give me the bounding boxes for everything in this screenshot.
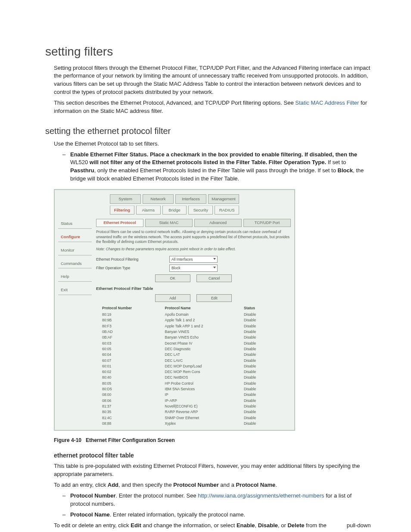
figure-title: Ethernet Filter Configuration Screen	[86, 437, 175, 443]
intro-text-a: This section describes the Ethernet Prot…	[54, 100, 295, 106]
cell-protocol-number: 81:37	[100, 404, 163, 409]
sidebar-item-status[interactable]: Status	[58, 219, 92, 229]
cell-status: Disable	[242, 404, 272, 409]
cell-protocol-name: DEC MOP Rem Cons	[163, 369, 242, 375]
table-row: 80:19Apollo DomainDisable	[100, 312, 272, 317]
wl520-label: WL520	[70, 159, 88, 165]
add-dot: .	[275, 482, 277, 488]
protocol-number-text-a: . Enter the protocol number. See	[115, 492, 198, 499]
cell-status: Disable	[242, 369, 272, 375]
param-protocol-name: Protocol Name. Enter related information…	[62, 511, 372, 519]
add-text-c: and a	[219, 482, 236, 488]
cell-protocol-name: IBM SNA Services	[163, 386, 242, 392]
cell-status: Disable	[242, 409, 272, 415]
cell-status: Disable	[242, 380, 272, 386]
table-row: 80:35RARP Reverse ARPDisable	[100, 409, 272, 415]
table-row: 08:06IP-ARPDisable	[100, 398, 272, 403]
cell-status: Disable	[242, 323, 272, 329]
cell-protocol-name: Banyan VINES Echo	[163, 335, 242, 340]
ok-button[interactable]: OK	[155, 274, 190, 282]
sidebar-item-monitor[interactable]: Monitor	[58, 246, 92, 255]
cell-protocol-name: Banyan VINES	[163, 329, 242, 334]
subtab-advanced[interactable]: Advanced	[194, 219, 242, 227]
cell-protocol-name: DEC NetBIOS	[163, 375, 242, 380]
edit-label: Edit	[131, 522, 141, 529]
sidebar-item-help[interactable]: Help	[58, 272, 92, 282]
cell-protocol-number: 80:F3	[100, 323, 163, 329]
tab-radius[interactable]: RADIUS	[215, 205, 239, 215]
table-heading: ethernet protocol filter table	[54, 451, 372, 460]
table-row: 80:9BApple Talk 1 and 2Disable	[100, 317, 272, 323]
table-row: 60:01DEC MOP Dump/LoadDisable	[100, 363, 272, 369]
sidebar: Status Configure Monitor Commands Help E…	[58, 219, 92, 426]
ethernet-filtering-select[interactable]: All Interfaces	[169, 256, 218, 263]
filter-operation-select[interactable]: Block	[169, 264, 218, 271]
subtab-static-mac[interactable]: Static MAC	[145, 219, 193, 227]
cell-protocol-name: IP-ARP	[163, 398, 242, 403]
block-label: Block	[338, 167, 353, 174]
figure-caption: Figure 4-10 Ethernet Filter Configuratio…	[54, 437, 372, 444]
edit-text-b: and change the information, or select	[141, 522, 237, 529]
cell-protocol-name: Apollo Domain	[163, 312, 242, 317]
embedded-config-screenshot: System Network Interfaces Management Fil…	[54, 189, 295, 431]
th-protocol-name: Protocol Name	[163, 305, 242, 311]
cell-protocol-name: Novell(ECONFIG E)	[163, 404, 242, 409]
subtab-tcp-udp[interactable]: TCP/UDP Port	[243, 219, 291, 227]
use-tab-paragraph: Use the Ethernet Protocol tab to set fil…	[54, 140, 372, 148]
filter-note: Note: Changes to these parameters requir…	[96, 246, 291, 252]
top-tab-row: System Network Interfaces Management	[58, 193, 291, 205]
cell-status: Disable	[242, 386, 272, 392]
protocol-number-bold: Protocol Number	[70, 492, 115, 499]
cell-protocol-name: RARP Reverse ARP	[163, 409, 242, 415]
cell-protocol-name: DEC LAT	[163, 352, 242, 358]
cell-protocol-name: Apple Talk ARP 1 and 2	[163, 323, 242, 329]
edit-button[interactable]: Edit	[196, 294, 232, 302]
tab-system[interactable]: System	[110, 194, 141, 204]
cell-protocol-number: 08:06	[100, 398, 163, 403]
sidebar-item-configure[interactable]: Configure	[58, 232, 92, 242]
delete-label: Delete	[287, 522, 304, 529]
tab-bridge[interactable]: Bridge	[162, 205, 187, 215]
cell-protocol-name: Apple Talk 1 and 2	[163, 317, 242, 323]
cell-status: Disable	[242, 329, 272, 334]
sidebar-item-commands[interactable]: Commands	[58, 259, 92, 269]
tab-network[interactable]: Network	[143, 194, 174, 204]
cell-protocol-number: 80:D5	[100, 386, 163, 392]
content-area: Ethernet Protocol Static MAC Advanced TC…	[96, 219, 291, 426]
filter-table-title: Ethernet Protocol Filter Table	[96, 286, 291, 292]
table-row: 80:05HP Probe ControlDisable	[100, 380, 272, 386]
cell-status: Disable	[242, 415, 272, 420]
table-row: 60:03Decnet Phase IVDisable	[100, 340, 272, 346]
cell-protocol-name: Decnet Phase IV	[163, 340, 242, 346]
sidebar-item-exit[interactable]: Exit	[58, 285, 92, 295]
tab-security[interactable]: Security	[188, 205, 213, 215]
disable-label: Disable	[258, 522, 278, 529]
cell-protocol-name: IP	[163, 392, 242, 398]
tab-management[interactable]: Management	[208, 194, 239, 204]
cell-protocol-name: SNMP Over Ethernet	[163, 415, 242, 420]
cell-protocol-number: 60:01	[100, 363, 163, 369]
cell-protocol-number: 80:40	[100, 375, 163, 380]
cell-status: Disable	[242, 317, 272, 323]
tab-alarms[interactable]: Alarms	[136, 205, 161, 215]
add-label: Add	[108, 482, 118, 488]
table-row: 60:04DEC LATDisable	[100, 352, 272, 358]
cell-protocol-number: 60:02	[100, 369, 163, 375]
add-button[interactable]: Add	[155, 294, 190, 302]
cell-protocol-number: 60:03	[100, 340, 163, 346]
tab-interfaces[interactable]: Interfaces	[175, 194, 206, 204]
sub-tab-row: Ethernet Protocol Static MAC Advanced TC…	[96, 219, 291, 227]
table-row: 60:05DEC DiagnosticDisable	[100, 346, 272, 352]
table-row: 60:07DEC LAVCDisable	[100, 358, 272, 363]
cell-protocol-number: 81:4C	[100, 415, 163, 420]
section-heading-ethernet-filter: setting the ethernet protocol filter	[45, 125, 372, 137]
static-mac-link[interactable]: Static MAC Address Filter	[295, 100, 359, 106]
subtab-ethernet-protocol[interactable]: Ethernet Protocol	[96, 219, 143, 227]
cell-protocol-name: DEC MOP Dump/Load	[163, 363, 242, 369]
table-row: 81:4CSNMP Over EthernetDisable	[100, 415, 272, 420]
cancel-button[interactable]: Cancel	[196, 274, 232, 282]
page-title: setting filters	[45, 43, 372, 61]
tab-filtering[interactable]: Filtering	[110, 205, 134, 215]
iana-link[interactable]: http://www.iana.org/assignments/ethernet…	[198, 492, 324, 499]
cell-status: Disable	[242, 352, 272, 358]
